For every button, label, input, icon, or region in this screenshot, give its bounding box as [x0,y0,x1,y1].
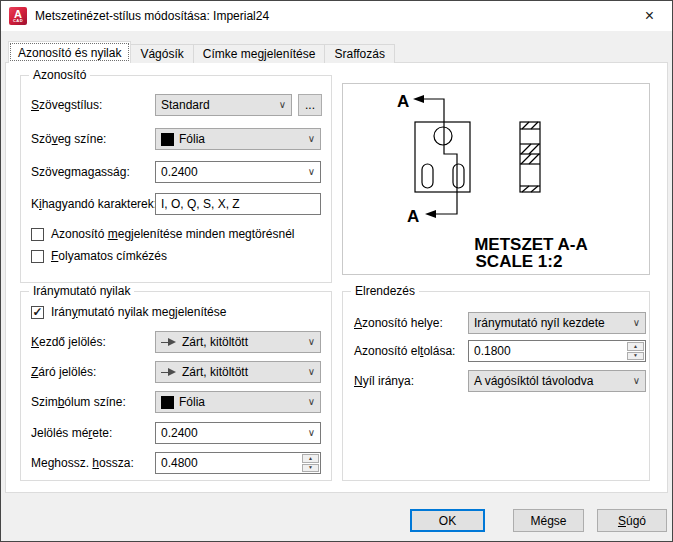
cancel-button[interactable]: Mégse [513,509,584,532]
tab-sraffozas[interactable]: Sraffozás [324,44,394,63]
jeloles-merete-combo[interactable]: 0.2400 ∨ [155,422,321,444]
szovegstilus-browse-button[interactable]: ... [298,94,322,116]
check-icon: ✓ [32,306,42,318]
meghossz-hossza-label: Meghossz. hossza: [31,452,134,474]
szovegstilus-label: Szövegstílus: [31,94,102,116]
szovegmagassag-label: Szövegmagasság: [31,161,130,183]
preview-label-a-bottom: A [407,207,419,226]
spin-up-icon: ▲ [308,456,313,461]
chevron-down-icon: ∨ [279,98,286,112]
szimbolum-szine-combo[interactable]: Fólia ∨ [155,391,321,413]
chevron-down-icon: ∨ [633,374,640,388]
iranymutato-nyilak-checkbox[interactable]: ✓ Iránymutató nyilak megjelenítése [31,305,226,319]
spin-up-icon: ▲ [633,344,638,349]
jeloles-merete-label: Jelölés mérete: [31,422,112,444]
checkbox-unchecked [31,228,44,241]
close-button[interactable]: × [627,1,672,31]
azonosito-eltolasa-label: Azonosító eltolása: [354,340,455,362]
szimbolum-szine-label: Szimbólum színe: [31,391,126,413]
group-iranymutato-nyilak: Iránymutató nyilak ✓ Iránymutató nyilak … [20,291,332,481]
tab-cimke-megjelenitese[interactable]: Címke megjelenítése [193,44,326,63]
spin-buttons: ▲ ▼ [627,342,644,360]
group-iranymutato-title: Iránymutató nyilak [29,284,134,299]
zaro-jeloles-label: Záró jelölés: [31,361,96,383]
color-swatch-icon [161,133,174,146]
tab-vagosik[interactable]: Vágósík [130,44,193,63]
ok-button[interactable]: OK [410,509,485,532]
spin-down-icon: ▼ [633,353,638,358]
azonosito-eltolasa-spinner[interactable]: 0.1800 ▲ ▼ [468,340,646,362]
spin-buttons: ▲ ▼ [302,454,319,472]
window-title: Metszetinézet-stílus módosítása: Imperia… [35,1,269,31]
tabstrip: Azonosító és nyilak Vágósík Címke megjel… [8,41,395,63]
tab-azonosito-es-nyilak[interactable]: Azonosító és nyilak [8,41,131,63]
azonosito-helye-combo[interactable]: Iránymutató nyíl kezdete ∨ [468,312,646,334]
nyil-iranya-combo[interactable]: A vágósíktól távolodva ∨ [468,370,646,392]
close-icon: × [645,8,654,24]
tab-page-azonosito-es-nyilak: Azonosító Szövegstílus: Standard ∨ ... S… [5,62,668,493]
spin-down-icon: ▼ [308,465,313,470]
kihagyando-karakterek-label: Kihagyandó karakterek: [31,193,157,215]
kezdo-jeloles-combo[interactable]: Zárt, kitöltött ∨ [155,331,321,353]
help-button[interactable]: Súgó [597,509,667,532]
checkbox-checked: ✓ [31,306,44,319]
azonosito-helye-label: Azonosító helye: [354,312,443,334]
zaro-jeloles-combo[interactable]: Zárt, kitöltött ∨ [155,361,321,383]
chevron-down-icon: ∨ [308,395,315,409]
checkbox-unchecked [31,250,44,263]
szovegstilus-combo[interactable]: Standard ∨ [155,94,292,116]
chevron-down-icon: ∨ [308,335,315,349]
szoveg-szine-combo[interactable]: Fólia ∨ [155,128,321,150]
spin-down-button[interactable]: ▼ [627,352,644,361]
filled-arrow-icon [161,338,176,346]
szoveg-szine-label: Szöveg színe: [31,128,106,150]
color-swatch-icon [161,396,174,409]
section-view-style-dialog: A CAD Metszetinézet-stílus módosítása: I… [0,0,673,542]
group-azonosito-title: Azonosító [29,68,90,83]
style-preview: A A METSZET A-A SCALE 1:2 [342,83,650,275]
group-elrendezes-title: Elrendezés [351,284,419,299]
azonosito-megjelenitese-checkbox[interactable]: Azonosító megjelenítése minden megtörésn… [31,227,294,241]
titlebar[interactable]: A CAD Metszetinézet-stílus módosítása: I… [1,1,672,31]
group-elrendezes: Elrendezés Azonosító helye: Iránymutató … [342,291,650,481]
folyamatos-cimkezes-checkbox[interactable]: Folyamatos címkézés [31,249,167,263]
spin-up-button[interactable]: ▲ [302,454,319,463]
autocad-icon: A CAD [9,7,27,25]
chevron-down-icon: ∨ [633,316,640,330]
chevron-down-icon: ∨ [308,426,315,440]
meghossz-hossza-spinner[interactable]: 0.4800 ▲ ▼ [155,452,321,474]
nyil-iranya-label: Nyíl iránya: [354,370,414,392]
spin-up-button[interactable]: ▲ [627,342,644,351]
preview-section-scale: SCALE 1:2 [476,252,563,271]
chevron-down-icon: ∨ [308,132,315,146]
preview-label-a-top: A [397,92,409,111]
preview-drawing: A A METSZET A-A SCALE 1:2 [343,84,649,274]
szovegmagassag-combo[interactable]: 0.2400 ∨ [155,161,321,183]
chevron-down-icon: ∨ [308,165,315,179]
group-azonosito: Azonosító Szövegstílus: Standard ∨ ... S… [20,75,332,283]
kezdo-jeloles-label: Kezdő jelölés: [31,331,106,353]
chevron-down-icon: ∨ [308,365,315,379]
filled-arrow-icon [161,368,176,376]
spin-down-button[interactable]: ▼ [302,464,319,473]
kihagyando-karakterek-input[interactable]: I, O, Q, S, X, Z [155,193,321,215]
